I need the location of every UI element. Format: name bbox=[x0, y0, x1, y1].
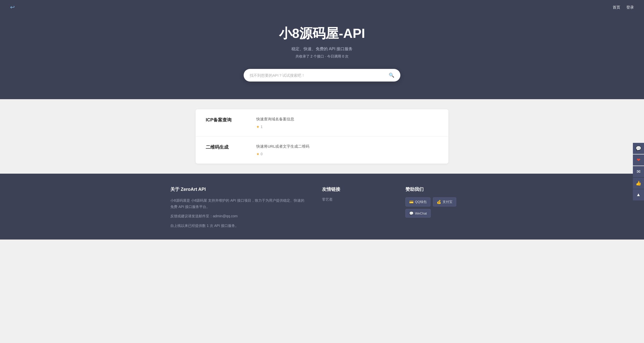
alipay-icon: 💰 bbox=[437, 200, 441, 204]
hero-stats: 共收录了 2 个接口 · 今日调用 0 次 bbox=[5, 54, 639, 59]
footer-about: 关于 ZeroArt API 小8源码屋是 小8源码屋 支持并维护的 API 接… bbox=[170, 186, 307, 232]
home-link[interactable]: 首页 bbox=[613, 5, 620, 10]
search-bar: 🔍 bbox=[244, 69, 400, 82]
api-item-qrcode[interactable]: 二维码生成 快速将URL或者文字生成二维码 ★ 0 bbox=[196, 137, 448, 164]
footer-donate-title: 赞助我们 bbox=[405, 186, 474, 192]
alipay-label: 支付宝 bbox=[443, 200, 452, 204]
api-rating-icp: ★ 1 bbox=[256, 125, 438, 129]
star-icon-icp: ★ bbox=[256, 125, 260, 129]
api-rating-value-qrcode: 0 bbox=[261, 152, 263, 156]
main-content: ICP备案查询 快速查询域名备案信息 ★ 1 二维码生成 快速将URL或者文字生… bbox=[0, 99, 644, 174]
message-float-btn[interactable]: ✉ bbox=[633, 166, 644, 177]
wechat-btn[interactable]: 💬 WeChat bbox=[405, 209, 431, 218]
api-desc-qrcode: 快速将URL或者文字生成二维码 bbox=[256, 144, 438, 149]
footer-about-text3: 自上线以来已经提供数 1 次 API 接口服务。 bbox=[170, 223, 307, 229]
like-float-btn[interactable]: 👍 bbox=[633, 178, 644, 189]
search-input[interactable] bbox=[250, 73, 389, 77]
search-icon[interactable]: 🔍 bbox=[389, 72, 394, 78]
login-link[interactable]: 登录 bbox=[626, 5, 634, 10]
nav-links: 首页 登录 bbox=[613, 5, 634, 10]
api-list: ICP备案查询 快速查询域名备案信息 ★ 1 二维码生成 快速将URL或者文字生… bbox=[196, 109, 448, 164]
chat-float-btn[interactable]: 💬 bbox=[633, 143, 644, 154]
qq-pay-label: QQ钱包 bbox=[415, 200, 427, 204]
api-desc-icp: 快速查询域名备案信息 bbox=[256, 117, 438, 122]
footer-inner: 关于 ZeroArt API 小8源码屋是 小8源码屋 支持并维护的 API 接… bbox=[170, 186, 474, 232]
top-float-btn[interactable]: ▲ bbox=[633, 189, 644, 200]
footer-about-text1: 小8源码屋是 小8源码屋 支持并维护的 API 接口项目，致力于为用户提供稳定、… bbox=[170, 197, 307, 210]
navbar: ↩ 首页 登录 bbox=[0, 0, 644, 15]
api-rating-qrcode: ★ 0 bbox=[256, 152, 438, 156]
api-item-icp[interactable]: ICP备案查询 快速查询域名备案信息 ★ 1 bbox=[196, 109, 448, 137]
wechat-label: WeChat bbox=[415, 212, 427, 215]
hero-section: ↩ 首页 登录 小8源码屋-API 稳定、快速、免费的 API 接口服务 共收录… bbox=[0, 0, 644, 99]
hero-subtitle: 稳定、快速、免费的 API 接口服务 bbox=[5, 46, 639, 52]
wechat-icon: 💬 bbox=[409, 211, 413, 215]
footer-donate: 赞助我们 💳 QQ钱包 💰 支付宝 💬 WeChat bbox=[405, 186, 474, 232]
footer: 关于 ZeroArt API 小8源码屋是 小8源码屋 支持并维护的 API 接… bbox=[0, 174, 644, 240]
star-icon-qrcode: ★ bbox=[256, 152, 260, 156]
heart-float-btn[interactable]: ❤ bbox=[633, 154, 644, 166]
alipay-btn[interactable]: 💰 支付宝 bbox=[433, 197, 456, 206]
api-name-icp: ICP备案查询 bbox=[206, 117, 256, 123]
logo-icon[interactable]: ↩ bbox=[10, 4, 15, 11]
hero-content: 小8源码屋-API 稳定、快速、免费的 API 接口服务 共收录了 2 个接口 … bbox=[0, 15, 644, 99]
qq-pay-icon: 💳 bbox=[409, 200, 413, 204]
float-sidebar: 💬 ❤ ✉ 👍 ▲ bbox=[633, 143, 644, 200]
footer-links-title: 友情链接 bbox=[322, 186, 390, 192]
footer-about-title: 关于 ZeroArt API bbox=[170, 186, 307, 192]
api-info-icp: 快速查询域名备案信息 ★ 1 bbox=[256, 117, 438, 129]
footer-links: 友情链接 零艺斋 bbox=[322, 186, 390, 232]
friend-link-1[interactable]: 零艺斋 bbox=[322, 197, 390, 202]
api-info-qrcode: 快速将URL或者文字生成二维码 ★ 0 bbox=[256, 144, 438, 156]
footer-about-text2: 反馈或建议请发送邮件至：admin@qq.com bbox=[170, 213, 307, 219]
qq-pay-btn[interactable]: 💳 QQ钱包 bbox=[405, 197, 430, 206]
hero-title: 小8源码屋-API bbox=[5, 25, 639, 42]
donate-buttons: 💳 QQ钱包 💰 支付宝 💬 WeChat bbox=[405, 197, 474, 218]
api-rating-value-icp: 1 bbox=[261, 125, 263, 129]
api-name-qrcode: 二维码生成 bbox=[206, 144, 256, 150]
